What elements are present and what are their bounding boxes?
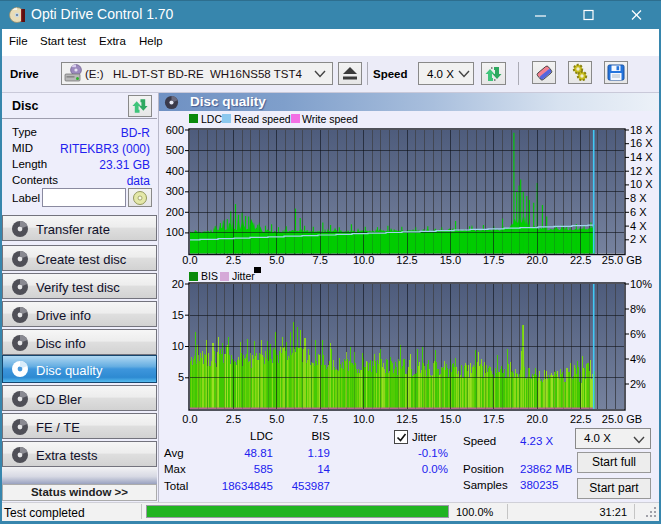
svg-text:600: 600 xyxy=(166,124,184,136)
svg-text:18 X: 18 X xyxy=(630,124,653,136)
svg-text:6 X: 6 X xyxy=(630,206,647,218)
svg-text:4 X: 4 X xyxy=(630,220,647,232)
svg-text:10: 10 xyxy=(172,340,184,352)
svg-text:8%: 8% xyxy=(630,303,646,315)
svg-text:25.0 GB: 25.0 GB xyxy=(602,254,642,266)
svg-text:2.5: 2.5 xyxy=(226,413,241,425)
svg-text:8 X: 8 X xyxy=(630,192,647,204)
svg-text:14 X: 14 X xyxy=(630,151,653,163)
svg-text:15.0: 15.0 xyxy=(440,413,461,425)
svg-text:5.0: 5.0 xyxy=(269,254,284,266)
svg-text:0.0: 0.0 xyxy=(182,413,197,425)
svg-text:17.5: 17.5 xyxy=(483,413,504,425)
svg-text:200: 200 xyxy=(166,206,184,218)
svg-text:12.5: 12.5 xyxy=(396,254,417,266)
svg-text:0.0: 0.0 xyxy=(182,254,197,266)
svg-text:25.0 GB: 25.0 GB xyxy=(602,413,642,425)
svg-text:7.5: 7.5 xyxy=(313,413,328,425)
svg-text:22.5: 22.5 xyxy=(570,254,591,266)
svg-text:5.0: 5.0 xyxy=(269,413,284,425)
svg-text:2%: 2% xyxy=(630,378,646,390)
svg-text:5: 5 xyxy=(178,371,184,383)
svg-text:6%: 6% xyxy=(630,328,646,340)
svg-text:2 X: 2 X xyxy=(630,233,647,245)
svg-text:15: 15 xyxy=(172,309,184,321)
svg-text:12.5: 12.5 xyxy=(396,413,417,425)
svg-text:100: 100 xyxy=(166,226,184,238)
svg-text:12 X: 12 X xyxy=(630,165,653,177)
svg-text:10 X: 10 X xyxy=(630,178,653,190)
svg-text:17.5: 17.5 xyxy=(483,254,504,266)
svg-text:20.0: 20.0 xyxy=(526,413,547,425)
svg-text:10.0: 10.0 xyxy=(353,413,374,425)
svg-text:2.5: 2.5 xyxy=(226,254,241,266)
svg-text:300: 300 xyxy=(166,185,184,197)
svg-text:4%: 4% xyxy=(630,353,646,365)
svg-text:20: 20 xyxy=(172,278,184,290)
svg-text:15.0: 15.0 xyxy=(440,254,461,266)
svg-text:10.0: 10.0 xyxy=(353,254,374,266)
svg-text:22.5: 22.5 xyxy=(570,413,591,425)
svg-text:16 X: 16 X xyxy=(630,137,653,149)
svg-text:500: 500 xyxy=(166,144,184,156)
svg-text:400: 400 xyxy=(166,165,184,177)
svg-text:10%: 10% xyxy=(630,278,652,290)
svg-text:7.5: 7.5 xyxy=(313,254,328,266)
svg-text:20.0: 20.0 xyxy=(526,254,547,266)
